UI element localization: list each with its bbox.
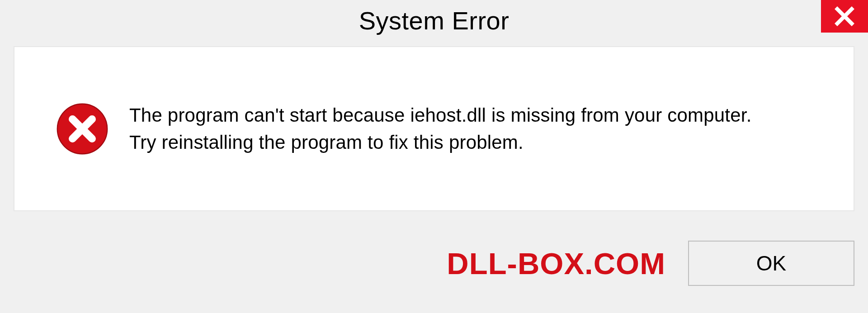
ok-button[interactable]: OK	[688, 241, 854, 286]
dialog-footer: DLL-BOX.COM OK	[14, 227, 854, 299]
message-line-2: Try reinstalling the program to fix this…	[129, 130, 752, 155]
dialog-title: System Error	[359, 6, 509, 35]
titlebar: System Error	[0, 0, 868, 41]
error-icon	[55, 102, 109, 156]
message-text: The program can't start because iehost.d…	[129, 103, 752, 155]
message-panel: The program can't start because iehost.d…	[14, 46, 854, 211]
message-line-1: The program can't start because iehost.d…	[129, 103, 752, 128]
watermark-text: DLL-BOX.COM	[447, 246, 665, 281]
close-icon	[834, 5, 855, 27]
close-button[interactable]	[821, 0, 868, 33]
